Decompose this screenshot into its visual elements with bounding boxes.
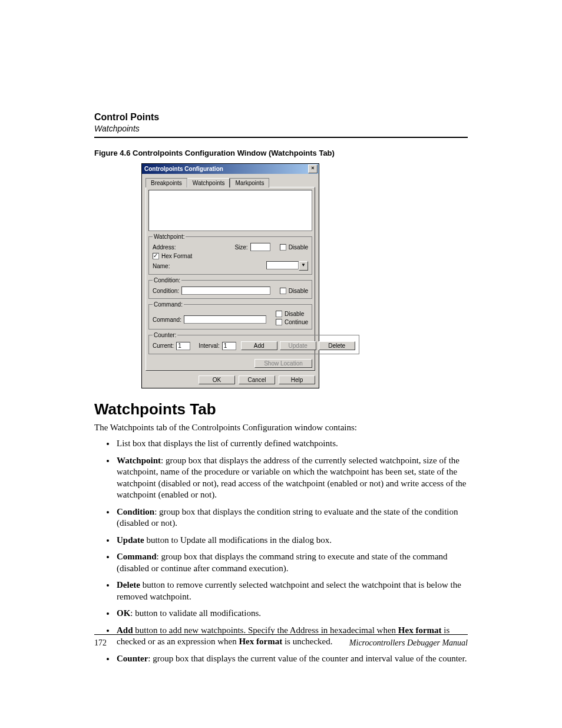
- cancel-button[interactable]: Cancel: [239, 375, 275, 384]
- bullet-list: List box that displays the list of curre…: [115, 438, 468, 664]
- list-item: List box that displays the list of curre…: [115, 438, 468, 450]
- command-continue-label: Continue: [285, 319, 308, 325]
- size-label: Size:: [234, 244, 247, 251]
- update-button[interactable]: Update: [280, 341, 316, 350]
- header-rule: [94, 137, 468, 138]
- watchpoint-disable-label: Disable: [289, 244, 308, 251]
- list-item: Delete button to remove currently select…: [115, 579, 468, 602]
- footer-rule: [94, 634, 468, 635]
- name-label: Name:: [153, 263, 170, 269]
- section-intro: The Watchpoints tab of the Controlpoints…: [94, 422, 468, 433]
- list-item: Update button to Update all modification…: [115, 535, 468, 546]
- header-title: Control Points: [94, 112, 468, 123]
- hexformat-checkbox[interactable]: [153, 253, 159, 259]
- manual-title: Microcontrollers Debugger Manual: [349, 638, 468, 648]
- list-item: Counter: group box that displays the cur…: [115, 653, 468, 665]
- add-button[interactable]: Add: [241, 341, 277, 350]
- command-legend: Command:: [153, 301, 184, 308]
- condition-label: Condition:: [153, 288, 179, 294]
- list-item: Watchpoint: group box that displays the …: [115, 455, 468, 501]
- condition-disable-label: Disable: [289, 288, 308, 294]
- command-input[interactable]: [184, 315, 266, 324]
- interval-label: Interval:: [199, 342, 220, 349]
- help-button[interactable]: Help: [279, 375, 315, 384]
- counter-group: Counter: Current: 1 Interval: 1 Add Upda…: [148, 332, 359, 354]
- header-subtitle: Watchpoints: [94, 124, 468, 133]
- address-label: Address:: [153, 244, 176, 251]
- interval-input[interactable]: 1: [222, 342, 236, 350]
- show-location-button[interactable]: Show Location: [254, 359, 312, 368]
- hexformat-label: Hex Format: [161, 253, 192, 259]
- page-number: 172: [94, 638, 107, 648]
- watchpoints-listbox[interactable]: [148, 190, 312, 231]
- list-item: Command: group box that displays the com…: [115, 551, 468, 574]
- condition-disable-checkbox[interactable]: [280, 288, 286, 294]
- page-footer: 172 Microcontrollers Debugger Manual: [94, 634, 468, 648]
- command-continue-checkbox[interactable]: [276, 319, 282, 325]
- watchpoint-disable-checkbox[interactable]: [280, 244, 286, 251]
- command-label: Command:: [153, 317, 181, 323]
- current-label: Current:: [153, 342, 174, 349]
- condition-legend: Condition:: [153, 277, 181, 284]
- watchpoint-legend: Watchpoint:: [153, 233, 186, 240]
- name-dropdown[interactable]: ▼: [266, 261, 308, 271]
- delete-button[interactable]: Delete: [319, 341, 355, 350]
- watchpoint-group: Watchpoint: Address: Size: Disable: [148, 233, 312, 275]
- dialog-titlebar[interactable]: Controlpoints Configuration ×: [142, 164, 319, 174]
- close-icon[interactable]: ×: [308, 164, 318, 173]
- tab-breakpoints[interactable]: Breakpoints: [146, 178, 187, 187]
- ok-button[interactable]: OK: [199, 375, 235, 384]
- tab-markpoints[interactable]: Markpoints: [230, 178, 269, 187]
- counter-legend: Counter:: [153, 332, 177, 338]
- list-item: Condition: group box that displays the c…: [115, 506, 468, 529]
- figure-caption: Figure 4.6 Controlpoints Configuration W…: [94, 149, 468, 157]
- command-group: Command: Command: Disable: [148, 301, 312, 330]
- current-input[interactable]: 1: [176, 342, 190, 350]
- command-disable-checkbox[interactable]: [276, 311, 282, 317]
- command-disable-label: Disable: [285, 311, 304, 317]
- section-heading: Watchpoints Tab: [94, 400, 468, 419]
- list-item: OK: button to validate all modifications…: [115, 608, 468, 620]
- page-header: Control Points Watchpoints: [94, 112, 468, 138]
- dialog-title: Controlpoints Configuration: [144, 166, 223, 172]
- controlpoints-dialog: Controlpoints Configuration × Breakpoint…: [141, 163, 319, 388]
- condition-input[interactable]: [181, 286, 270, 295]
- chevron-down-icon[interactable]: ▼: [299, 261, 308, 271]
- tab-watchpoints[interactable]: Watchpoints: [187, 178, 230, 187]
- condition-group: Condition: Condition: Disable: [148, 277, 312, 299]
- size-input[interactable]: [250, 243, 270, 251]
